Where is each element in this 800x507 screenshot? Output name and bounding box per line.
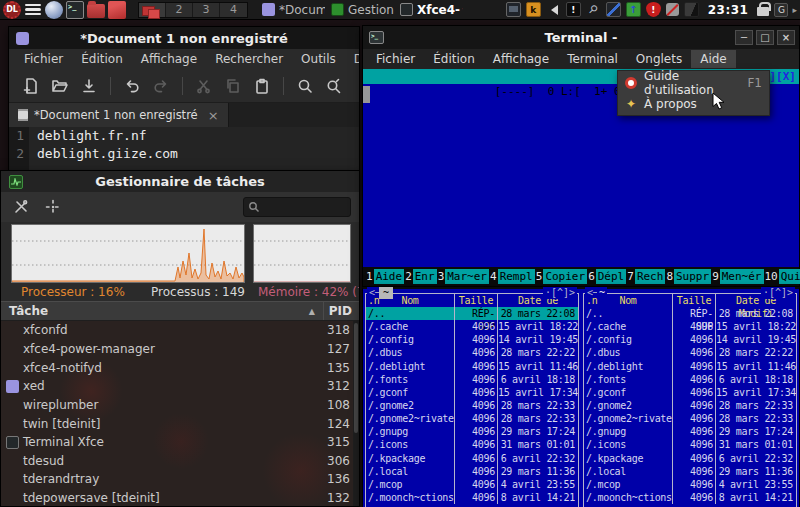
file-row[interactable]: /.gnome2~rivate 4096 28 mars 22:33 [366,412,578,425]
workspace-cell[interactable]: 2 [166,3,193,17]
copy-icon[interactable] [223,76,243,96]
minimize-button[interactable]: ─ [735,30,753,45]
file-row[interactable]: /.mcop 4096 4 avril 23:55 [366,478,578,491]
file-row[interactable]: /.icons 4096 31 mars 01:01 [584,438,796,451]
file-row[interactable]: /.kpackage 4096 6 avril 22:32 [584,452,796,465]
workspace-cell[interactable]: 4 [220,3,247,17]
file-row[interactable]: /.mcop 4096 4 avril 23:55 [584,478,796,491]
panel-maximize-mark[interactable]: ·[^]> [761,287,795,299]
file-row[interactable]: /.icons 4096 31 mars 01:01 [366,438,578,451]
function-key[interactable]: 1 Aide [365,269,404,284]
task-row[interactable]: tdepowersave [tdeinit] 132 [1,489,359,506]
task-row[interactable]: xfce4-power-manager 127 [1,340,359,359]
terminal-scrollbar-thumb[interactable] [363,86,370,103]
function-key[interactable]: 2 Enr [404,269,437,284]
settings-icon[interactable] [9,196,33,218]
task-row[interactable]: xfce4-notifyd 135 [1,358,359,377]
alert-icon[interactable] [566,2,581,17]
file-row[interactable]: /.deblight 4096 15 avril 11:46 [584,360,796,373]
undo-icon[interactable] [122,76,142,96]
task-column-header[interactable]: Tâche ▲ [1,302,323,320]
files-icon[interactable] [87,4,105,18]
function-key[interactable]: 4 Rempl [489,269,535,284]
file-row[interactable]: /.kpackage 4096 6 avril 22:32 [366,452,578,465]
workspace-cell[interactable]: 1 [139,3,166,17]
keys-icon[interactable] [586,2,601,17]
task-row[interactable]: tdesud 306 [1,451,359,470]
file-row[interactable]: /.moonch~ctions 4096 8 avril 14:21 [584,491,796,504]
software-icon[interactable] [108,1,126,19]
function-key[interactable]: 7 Rech [626,269,665,284]
file-row[interactable]: /.fonts 4096 6 avril 18:18 [366,373,578,386]
tab-close-icon[interactable]: × [208,108,219,123]
file-row[interactable]: /.gnupg 4096 29 mars 17:24 [366,425,578,438]
cut-icon[interactable] [194,76,214,96]
distro-menu-icon[interactable]: DL [3,1,21,19]
search-input[interactable] [243,197,351,217]
mc-right-panel[interactable]: <─ ~ ·[^]> .nNom Taille Date de Modifi /… [583,293,797,507]
taskbar-window-button[interactable]: *Docum [262,3,325,17]
klipper-icon[interactable] [526,2,541,17]
close-button[interactable]: × [777,30,795,45]
editor-menu-item[interactable]: Édition [72,50,132,68]
file-row[interactable]: /.gconf 4096 15 avril 17:34 [584,386,796,399]
browser-icon[interactable] [45,1,63,19]
file-row[interactable]: /.config 4096 14 avril 19:45 [584,333,796,346]
maximize-button[interactable]: □ [756,30,774,45]
file-row[interactable]: /.gconf 4096 15 avril 17:34 [366,386,578,399]
file-row[interactable]: /.config 4096 14 avril 19:45 [366,333,578,346]
function-key[interactable]: 10 Qui~er [764,269,800,284]
task-row[interactable]: wireplumber 108 [1,396,359,415]
help-menu-item[interactable]: À propos [618,93,769,114]
search-replace-icon[interactable] [324,76,344,96]
editor-menu-item[interactable]: Outils [292,50,345,68]
editor-menu-item[interactable]: Documents [345,50,359,68]
apps-menu-icon[interactable] [24,1,42,19]
screenshot-icon[interactable] [606,2,621,17]
file-row[interactable]: /.local 4096 29 mars 11:36 [584,465,796,478]
mc-left-panel[interactable]: <─ ~ ·[^]> .nNom Taille Date de Modifi /… [365,293,579,507]
taskbar-window-button[interactable]: Gestion [331,3,394,17]
function-key[interactable]: 3 Mar~er [437,269,489,284]
file-row[interactable]: /.gnome2~rivate 4096 28 mars 22:33 [584,412,796,425]
function-key[interactable]: 6 Dépl [587,269,626,284]
taskbar-window-button[interactable]: Xfce4- ▾ [400,3,463,17]
help-menu-item[interactable]: Guide d'utilisation F1 [618,72,769,93]
paste-icon[interactable] [252,76,272,96]
taskmanager-scrollbar[interactable] [353,321,359,506]
file-row[interactable]: /.dbus 4096 28 mars 22:22 [584,346,796,359]
display-icon[interactable] [506,2,521,17]
terminal-launcher-icon[interactable]: >_ [66,1,84,19]
editor-menu-item[interactable]: Rechercher [206,50,292,68]
volume-icon[interactable] [546,2,561,17]
file-row[interactable]: /.. RÉP-SUP 28 mars 22:08 [366,307,578,320]
editor-menu-item[interactable]: Affichage [132,50,206,68]
terminal-titlebar[interactable]: >_ Terminal - ─ □ × [363,26,799,49]
terminal-menu-item[interactable]: Onglets [627,50,691,68]
panel-expand-icon[interactable]: ▸ [792,5,797,15]
editor-tab[interactable]: *Document 1 non enregistré × [9,103,229,127]
open-icon[interactable] [50,76,70,96]
function-key[interactable]: 5 Copier [535,269,587,284]
shield-alert-icon[interactable] [646,2,661,17]
new-document-icon[interactable] [21,76,41,96]
redo-icon[interactable] [151,76,171,96]
file-row[interactable]: /.moonch~ctions 4096 8 avril 14:21 [366,491,578,504]
terminal-menu-item[interactable]: Fichier [367,50,424,68]
task-row[interactable]: xfconfd 318 [1,321,359,340]
file-row[interactable]: /.gnome2 4096 28 mars 22:33 [366,399,578,412]
save-icon[interactable] [79,76,99,96]
clock[interactable]: 23:31 [708,3,749,17]
file-row[interactable]: /.local 4096 29 mars 11:36 [366,465,578,478]
file-row[interactable]: /.cache 4096 15 avril 18:22 [584,320,796,333]
function-key[interactable]: 9 Men~ér [711,269,763,284]
pid-column-header[interactable]: PID [323,302,359,320]
file-row[interactable]: /.. RÉP-SUP 28 mars 22:08 [584,307,796,320]
file-row[interactable]: /.fonts 4096 6 avril 18:18 [584,373,796,386]
file-row[interactable]: /.dbus 4096 28 mars 22:22 [366,346,578,359]
editor-titlebar[interactable]: *Document 1 non enregistré [9,27,359,49]
file-row[interactable]: /.gnupg 4096 29 mars 17:24 [584,425,796,438]
panel-maximize-mark[interactable]: ·[^]> [543,287,577,299]
file-row[interactable]: /.gnome2 4096 28 mars 22:33 [584,399,796,412]
workspace-cell[interactable]: 3 [193,3,220,17]
